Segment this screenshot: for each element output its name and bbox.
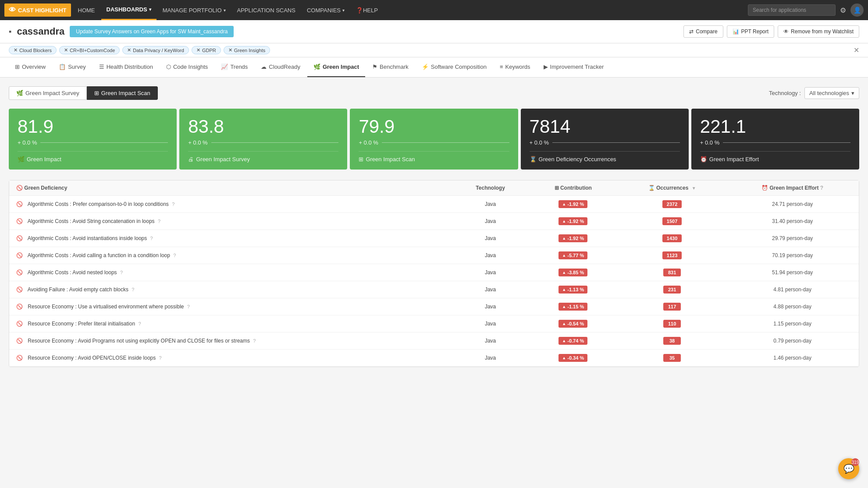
tech-select-arrow-icon: ▾ — [851, 90, 854, 96]
tag-close-icon[interactable]: ✕ — [228, 47, 232, 53]
tag-bar-close-icon[interactable]: ✕ — [854, 46, 859, 54]
watchlist-button[interactable]: 👁 Remove from my Watchlist — [778, 25, 859, 38]
contribution-cell: ▲ -1.92 % — [528, 196, 618, 213]
contribution-badge: ▲ -1.13 % — [559, 286, 587, 294]
contribution-cell: ▲ -3.85 % — [528, 264, 618, 281]
green-impact-survey-change: + 0.0 % — [188, 139, 338, 146]
table-row: 🚫 Algorithmic Costs : Avoid calling a fu… — [9, 247, 859, 264]
search-input[interactable] — [748, 4, 836, 16]
effort-cell: 29.79 person-day — [726, 230, 859, 247]
tag-cr-bi-customcode[interactable]: ✕ CR+BI+CustomCode — [59, 46, 120, 54]
row-help-icon[interactable]: ? — [132, 287, 134, 292]
row-help-icon[interactable]: ? — [150, 236, 153, 241]
subtab-green-impact-survey[interactable]: 🌿 Green Impact Survey — [9, 86, 87, 100]
contribution-badge: ▲ -1.15 % — [559, 303, 587, 311]
tag-gdpr[interactable]: ✕ GDPR — [192, 46, 221, 54]
row-help-icon[interactable]: ? — [120, 270, 123, 275]
scan-label-icon: ⊞ — [359, 156, 363, 163]
tag-close-icon[interactable]: ✕ — [196, 47, 200, 53]
brand-logo[interactable]: 👁 CAST HIGHLIGHT — [4, 4, 71, 17]
effort-col-icon: ⏰ — [761, 185, 768, 191]
tag-cloud-blockers[interactable]: ✕ Cloud Blockers — [9, 46, 57, 54]
tag-green-insights[interactable]: ✕ Green Insights — [224, 46, 270, 54]
change-line — [552, 142, 680, 143]
filter-icon[interactable]: ⚙ — [838, 4, 848, 16]
nav-manage-portfolio[interactable]: MANAGE PORTFOLIO ▾ — [157, 0, 231, 20]
tab-trends[interactable]: 📈 Trends — [215, 57, 254, 77]
tab-software-composition[interactable]: ⚡ Software Composition — [416, 57, 493, 77]
overview-icon: ⊞ — [15, 64, 20, 70]
nav-home[interactable]: HOME — [73, 0, 100, 20]
row-help-icon[interactable]: ? — [173, 253, 176, 258]
effort-cell: 70.19 person-day — [726, 247, 859, 264]
sort-arrow-icon: ▼ — [692, 186, 696, 191]
deficiency-col-icon: 🚫 — [16, 185, 23, 191]
technology-select[interactable]: All technologies ▾ — [804, 87, 859, 99]
occurrences-cell: 117 — [618, 298, 726, 315]
change-line — [382, 142, 509, 143]
row-help-icon[interactable]: ? — [138, 321, 141, 326]
update-survey-button[interactable]: Update Survey Answers on Green Apps for … — [70, 26, 234, 37]
header-bar: ▪ cassandra Update Survey Answers on Gre… — [0, 20, 868, 43]
triangle-icon: ▲ — [562, 304, 566, 309]
contribution-cell: ▲ -0.34 % — [528, 350, 618, 367]
nav-help[interactable]: ❓ HELP — [351, 0, 383, 20]
tab-benchmark[interactable]: ⚑ Benchmark — [366, 57, 415, 77]
survey-icon: 📋 — [59, 64, 66, 70]
effort-help-icon[interactable]: ? — [820, 185, 823, 191]
row-help-icon[interactable]: ? — [172, 202, 174, 207]
row-help-icon[interactable]: ? — [253, 338, 256, 343]
tab-overview[interactable]: ⊞ Overview — [9, 57, 52, 77]
table-row: 🚫 Resource Economy : Use a virtualised e… — [9, 298, 859, 315]
compare-button[interactable]: ⇄ Compare — [683, 25, 723, 38]
occurrences-cell: 110 — [618, 315, 726, 332]
technology-cell: Java — [453, 264, 528, 281]
contribution-cell: ▲ -1.15 % — [528, 298, 618, 315]
table-header-row: 🚫 Green Deficiency Technology ⊞ Contribu… — [9, 180, 859, 196]
green-impact-change: + 0.0 % — [18, 139, 168, 146]
deficiency-row-icon: 🚫 — [16, 235, 23, 241]
nav-app-scans[interactable]: APPLICATION SCANS — [232, 0, 301, 20]
tag-close-icon[interactable]: ✕ — [127, 47, 131, 53]
user-avatar[interactable]: 👤 — [850, 4, 864, 17]
technology-cell: Java — [453, 332, 528, 350]
triangle-icon: ▲ — [562, 236, 566, 240]
improvement-icon: ▶ — [544, 64, 548, 70]
nav-companies[interactable]: COMPANIES ▾ — [302, 0, 350, 20]
row-help-icon[interactable]: ? — [159, 355, 162, 361]
triangle-icon: ▲ — [562, 287, 566, 292]
contribution-badge: ▲ -0.54 % — [559, 320, 587, 328]
deficiency-cell: 🚫 Resource Economy : Avoid OPEN/CLOSE in… — [9, 350, 453, 367]
tag-close-icon[interactable]: ✕ — [14, 47, 18, 53]
change-line — [40, 142, 168, 143]
tab-health-distribution[interactable]: ☰ Health Distribution — [93, 57, 159, 77]
nav-dashboards[interactable]: DASHBOARDS ▾ — [101, 0, 157, 20]
col-occurrences[interactable]: ⌛ Occurrences ▼ — [618, 180, 726, 196]
effort-value: 221.1 — [700, 117, 850, 136]
row-help-icon[interactable]: ? — [158, 219, 160, 224]
technology-filter: Technology : All technologies ▾ — [769, 87, 859, 99]
technology-cell: Java — [453, 298, 528, 315]
subtab-green-impact-scan[interactable]: ⊞ Green Impact Scan — [87, 86, 158, 100]
row-help-icon[interactable]: ? — [187, 304, 190, 309]
brand-name: CAST HIGHLIGHT — [18, 7, 67, 14]
effort-label: ⏰ Green Impact Effort — [700, 151, 850, 163]
tab-code-insights[interactable]: ⬡ Code Insights — [160, 57, 214, 77]
effort-change: + 0.0 % — [700, 139, 850, 146]
tab-green-impact[interactable]: 🌿 Green Impact — [307, 57, 365, 77]
effort-cell: 1.15 person-day — [726, 315, 859, 332]
tag-data-privacy[interactable]: ✕ Data Privacy / KeyWord — [122, 46, 189, 54]
contribution-badge: ▲ -1.92 % — [559, 200, 587, 208]
tab-survey[interactable]: 📋 Survey — [53, 57, 92, 77]
tag-close-icon[interactable]: ✕ — [64, 47, 68, 53]
occurrences-cell: 231 — [618, 281, 726, 298]
tab-cloudready[interactable]: ☁ CloudReady — [255, 57, 306, 77]
table-row: 🚫 Algorithmic Costs : Avoid nested loops… — [9, 264, 859, 281]
deficiency-cell: 🚫 Avoiding Failure : Avoid empty catch b… — [9, 281, 453, 298]
deficiency-row-icon: 🚫 — [16, 269, 23, 276]
tab-improvement-tracker[interactable]: ▶ Improvement Tracker — [537, 57, 610, 77]
occurrences-badge: 110 — [663, 320, 681, 328]
ppt-report-button[interactable]: 📊 PPT Report — [727, 25, 774, 38]
tab-keywords[interactable]: ≡ Keywords — [494, 57, 537, 77]
deficiency-cell: 🚫 Algorithmic Costs : Avoid nested loops… — [9, 264, 453, 281]
